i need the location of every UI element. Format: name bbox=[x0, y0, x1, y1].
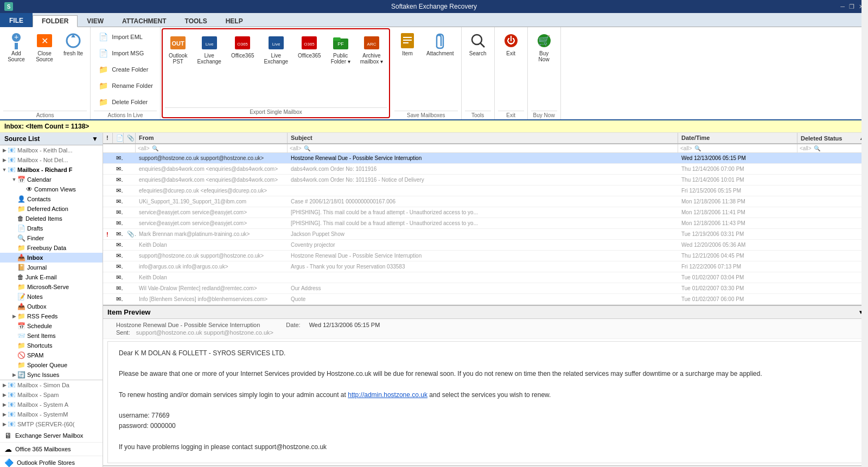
maximize-btn[interactable]: ❐ bbox=[849, 3, 854, 10]
create-folder-button[interactable]: 📁 Create Folder bbox=[94, 62, 157, 77]
mailbox-spam[interactable]: ▶ 📧 Mailbox - Spam bbox=[0, 390, 103, 400]
buy-now-button[interactable]: 🛒 BuyNow bbox=[531, 29, 557, 110]
smtp-server[interactable]: ▶ 📧 SMTP (SERVER-{60( bbox=[0, 419, 103, 429]
tab-folder[interactable]: FOLDER bbox=[33, 15, 78, 27]
email-row[interactable]: ✉ service@easyjet.com service@easyjet.co… bbox=[103, 207, 868, 218]
office365-mailboxes[interactable]: ☁ Office 365 Mailboxes bbox=[0, 443, 103, 456]
attachment-button[interactable]: Attachment bbox=[423, 29, 458, 110]
sync-folder[interactable]: ▶ 🔄 Sync Issues bbox=[0, 370, 103, 380]
outlook-profile-stores[interactable]: 🔷 Outlook Profile Stores bbox=[0, 456, 103, 467]
col-header-deleted[interactable]: Deleted Status ▲ bbox=[797, 133, 868, 143]
minimize-btn[interactable]: ─ bbox=[840, 3, 845, 10]
sidebar-collapse-icon[interactable]: ▼ bbox=[92, 135, 98, 143]
preview-scrollbar[interactable] bbox=[861, 341, 864, 463]
email-row[interactable]: ✉ Wil Vale-Dralow [Remtec] redland@remte… bbox=[103, 283, 868, 294]
office365-2-button[interactable]: O365 Office365 bbox=[294, 31, 325, 106]
calendar-folder[interactable]: ▼ 📅 Calendar bbox=[0, 175, 103, 184]
office365-1-button[interactable]: O365 Office365 bbox=[227, 31, 258, 106]
expand-icon[interactable]: ▼ bbox=[1, 167, 8, 172]
search-button[interactable]: Search bbox=[465, 29, 491, 110]
rename-folder-button[interactable]: 📁 Rename Folder bbox=[94, 78, 157, 93]
finder-folder[interactable]: 🔍 Finder bbox=[0, 233, 103, 243]
expand-icon[interactable]: ▶ bbox=[1, 412, 8, 417]
spooler-folder[interactable]: 📁 Spooler Queue bbox=[0, 360, 103, 370]
email-row[interactable]: ✉ efequiries@dcurep.co.uk <efequiries@dc… bbox=[103, 185, 868, 196]
drafts-folder[interactable]: 📄 Drafts bbox=[0, 223, 103, 233]
mailbox-system-m[interactable]: ▶ 📧 Mailbox - SystemM bbox=[0, 410, 103, 419]
expand-icon[interactable]: ▶ bbox=[1, 402, 8, 407]
expand-icon[interactable]: ▶ bbox=[1, 421, 8, 427]
mailbox-2[interactable]: ▶ 📧 Mailbox - Not Del... bbox=[0, 155, 103, 165]
outlook-pst-button[interactable]: OUT OutlookPST bbox=[165, 31, 191, 106]
filter-deleted-search[interactable]: 🔍 bbox=[814, 145, 820, 151]
item-button[interactable]: Item bbox=[394, 29, 420, 110]
freebusy-folder[interactable]: 📁 Freebusy Data bbox=[0, 243, 103, 253]
deleted-folder[interactable]: 🗑 Deleted Items bbox=[0, 214, 103, 223]
col-header-type[interactable]: 📄 bbox=[113, 133, 124, 143]
sent-folder[interactable]: 📨 Sent Items bbox=[0, 331, 103, 341]
expand-icon[interactable]: ▶ bbox=[11, 372, 17, 378]
mailbox-1[interactable]: ▶ 📧 Mailbox - Keith Dal... bbox=[0, 145, 103, 155]
junk-folder[interactable]: 🗑 Junk E-mail bbox=[0, 272, 103, 282]
filter-from-search[interactable]: 🔍 bbox=[152, 145, 158, 151]
outbox-folder[interactable]: 📤 Outbox bbox=[0, 302, 103, 311]
filter-deleted[interactable]: <all> 🔍 bbox=[797, 144, 868, 152]
filter-date-search[interactable]: 🔍 bbox=[694, 145, 701, 151]
import-eml-button[interactable]: 📄 Import EML bbox=[94, 29, 157, 44]
deferred-folder[interactable]: 📁 Deferred Action bbox=[0, 204, 103, 214]
common-views-folder[interactable]: 👁 Common Views bbox=[0, 184, 103, 194]
tab-help[interactable]: HELP bbox=[216, 15, 252, 27]
tab-attachment[interactable]: ATTACHMENT bbox=[113, 15, 176, 27]
live-exchange-button[interactable]: Live LiveExchange bbox=[193, 31, 225, 106]
expand-icon[interactable]: ▶ bbox=[1, 382, 8, 388]
tab-file[interactable]: FILE bbox=[0, 13, 33, 27]
col-header-from[interactable]: From bbox=[136, 133, 288, 143]
email-row[interactable]: ✉ UKi_Support_31.190_Support_31@ibm.com … bbox=[103, 196, 868, 207]
expand-icon[interactable]: ▼ bbox=[11, 177, 17, 182]
delete-folder-button[interactable]: 📁 Delete Folder bbox=[94, 94, 157, 110]
email-row[interactable]: ! ✉ 📎 Mark Brennan mark@platinum-trainin… bbox=[103, 229, 868, 240]
filter-date[interactable]: <all> 🔍 bbox=[678, 144, 797, 152]
add-source-button[interactable]: + AddSource bbox=[3, 29, 29, 110]
email-row[interactable]: ✉ Keith Dolan Coventry projector Wed 12/… bbox=[103, 240, 868, 251]
mailbox-3[interactable]: ▼ 📧 Mailbox - Richard F bbox=[0, 165, 103, 175]
col-header-flag[interactable]: ! bbox=[103, 133, 113, 143]
import-msg-button[interactable]: 📄 Import MSG bbox=[94, 46, 157, 61]
contacts-folder[interactable]: 👤 Contacts bbox=[0, 194, 103, 204]
preview-link[interactable]: http://admin.hostzone.co.uk bbox=[348, 391, 427, 399]
preview-body[interactable]: Dear K M DOLAN & FOLLETT - SYROS SERVICE… bbox=[108, 342, 863, 463]
email-row[interactable]: ✉ support@hostzone.co.uk support@hostzon… bbox=[103, 153, 868, 164]
expand-icon[interactable]: ▶ bbox=[1, 157, 8, 163]
tab-view[interactable]: VIEW bbox=[78, 15, 113, 27]
spam-folder[interactable]: 🚫 SPAM bbox=[0, 350, 103, 360]
filter-subject[interactable]: <all> 🔍 bbox=[288, 144, 678, 152]
email-list[interactable]: ✉ support@hostzone.co.uk support@hostzon… bbox=[103, 153, 868, 305]
notes-folder[interactable]: 📝 Notes bbox=[0, 292, 103, 302]
ms-serve-folder[interactable]: 📁 Microsoft-Serve bbox=[0, 282, 103, 292]
col-header-attach[interactable]: 📎 bbox=[124, 133, 136, 143]
archive-mailbox-button[interactable]: ARC Archivemailbox ▾ bbox=[356, 31, 387, 106]
mailbox-simon[interactable]: ▶ 📧 Mailbox - Simon Da bbox=[0, 380, 103, 390]
mailbox-system-a[interactable]: ▶ 📧 Mailbox - System A bbox=[0, 400, 103, 410]
expand-icon[interactable]: ▶ bbox=[1, 148, 8, 153]
window-controls[interactable]: ─ ❐ ✕ bbox=[840, 3, 864, 10]
email-row[interactable]: ✉ Info [Blenhem Services] info@blenhemse… bbox=[103, 294, 868, 305]
exit-button[interactable]: ⏻ Exit bbox=[498, 29, 524, 110]
email-row[interactable]: ✉ info@argus.co.uk info@argus.co.uk> Arg… bbox=[103, 261, 868, 272]
shortcuts-folder[interactable]: 📁 Shortcuts bbox=[0, 341, 103, 350]
tab-tools[interactable]: TOOLS bbox=[176, 15, 216, 27]
expand-icon[interactable]: ▶ bbox=[1, 392, 8, 398]
email-row[interactable]: ✉ service@easyjet.com service@easyjet.co… bbox=[103, 218, 868, 229]
live-exchange2-button[interactable]: Live LiveExchange bbox=[260, 31, 292, 106]
close-source-button[interactable]: ✕ CloseSource bbox=[31, 29, 58, 110]
col-header-subject[interactable]: Subject bbox=[288, 133, 678, 143]
filter-subject-search[interactable]: 🔍 bbox=[304, 145, 310, 151]
fresh-item-button[interactable]: fresh Ite bbox=[60, 29, 87, 110]
expand-icon[interactable]: ▶ bbox=[11, 314, 17, 319]
exchange-server-mailbox[interactable]: 🖥 Exchange Server Mailbox bbox=[0, 429, 103, 443]
inbox-folder[interactable]: 📥 Inbox bbox=[0, 253, 103, 263]
email-row[interactable]: ✉ support@hostzone.co.uk support@hostzon… bbox=[103, 251, 868, 261]
schedule-folder[interactable]: 📅 Schedule bbox=[0, 321, 103, 331]
journal-folder[interactable]: 📔 Journal bbox=[0, 263, 103, 272]
filter-from[interactable]: <all> 🔍 bbox=[136, 144, 288, 152]
